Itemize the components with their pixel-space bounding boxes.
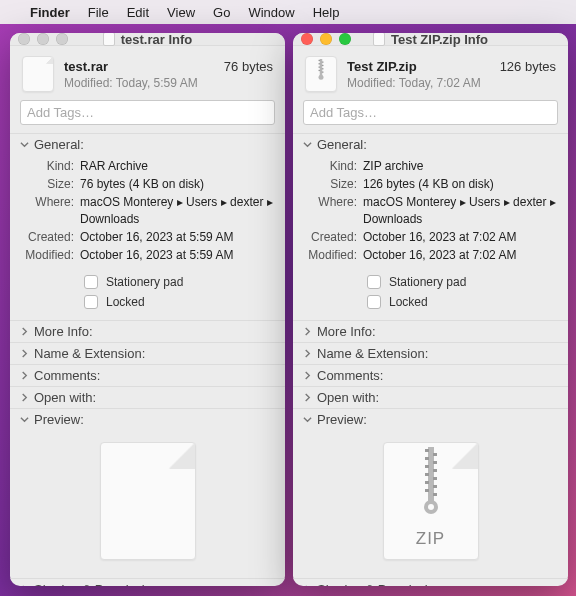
value-size: 126 bytes (4 KB on disk) — [363, 176, 558, 192]
chevron-right-icon — [303, 327, 312, 336]
chevron-down-icon — [303, 140, 312, 149]
menu-window[interactable]: Window — [248, 5, 294, 20]
tags-input[interactable] — [303, 100, 558, 125]
chevron-right-icon — [20, 349, 29, 358]
section-header-open-with[interactable]: Open with: — [10, 387, 285, 408]
svg-rect-16 — [433, 469, 437, 472]
svg-rect-21 — [425, 489, 429, 492]
svg-rect-3 — [319, 63, 321, 64]
svg-point-24 — [428, 504, 434, 510]
svg-rect-14 — [433, 461, 437, 464]
menu-file[interactable]: File — [88, 5, 109, 20]
section-header-comments[interactable]: Comments: — [10, 365, 285, 386]
svg-point-9 — [319, 75, 324, 80]
app-menu[interactable]: Finder — [30, 5, 70, 20]
section-header-preview[interactable]: Preview: — [10, 409, 285, 430]
value-kind: RAR Archive — [80, 158, 275, 174]
file-icon — [305, 56, 337, 92]
section-header-name-ext[interactable]: Name & Extension: — [10, 343, 285, 364]
section-preview: Preview: — [293, 408, 568, 578]
locked-label: Locked — [106, 295, 145, 309]
chevron-right-icon — [20, 393, 29, 402]
stationery-checkbox[interactable] — [84, 275, 98, 289]
preview-thumbnail — [100, 442, 196, 560]
section-header-comments[interactable]: Comments: — [293, 365, 568, 386]
chevron-right-icon — [20, 371, 29, 380]
zip-document-icon — [373, 33, 385, 46]
svg-rect-13 — [425, 457, 429, 460]
menu-view[interactable]: View — [167, 5, 195, 20]
svg-rect-15 — [425, 465, 429, 468]
section-header-general[interactable]: General: — [293, 134, 568, 155]
window-controls — [18, 33, 68, 45]
chevron-right-icon — [303, 585, 312, 586]
file-size: 76 bytes — [224, 59, 273, 74]
svg-rect-8 — [322, 72, 324, 73]
section-header-general[interactable]: General: — [10, 134, 285, 155]
info-window-rar: test.rar Info test.rar 76 bytes Modified… — [10, 33, 285, 586]
label-size: Size: — [303, 176, 363, 192]
label-where: Where: — [20, 194, 80, 226]
chevron-right-icon — [303, 371, 312, 380]
menu-bar[interactable]: Finder File Edit View Go Window Help — [0, 0, 576, 24]
section-general: General: Kind:ZIP archive Size:126 bytes… — [293, 133, 568, 320]
menu-help[interactable]: Help — [313, 5, 340, 20]
minimize-button[interactable] — [320, 33, 332, 45]
section-header-sharing[interactable]: Sharing & Permissions: — [293, 579, 568, 586]
section-header-name-ext[interactable]: Name & Extension: — [293, 343, 568, 364]
tags-input[interactable] — [20, 100, 275, 125]
file-modified-short: Modified: Today, 7:02 AM — [347, 76, 556, 90]
svg-rect-19 — [425, 481, 429, 484]
stationery-checkbox[interactable] — [367, 275, 381, 289]
minimize-button[interactable] — [37, 33, 49, 45]
section-header-sharing[interactable]: Sharing & Permissions: — [10, 579, 285, 586]
svg-rect-12 — [433, 453, 437, 456]
titlebar[interactable]: test.rar Info — [10, 33, 285, 46]
locked-checkbox[interactable] — [84, 295, 98, 309]
section-header-preview[interactable]: Preview: — [293, 409, 568, 430]
document-icon — [103, 33, 115, 46]
chevron-down-icon — [20, 415, 29, 424]
label-created: Created: — [20, 229, 80, 245]
label-size: Size: — [20, 176, 80, 192]
value-where: macOS Monterey ▸ Users ▸ dexter ▸ Downlo… — [363, 194, 558, 226]
close-button[interactable] — [301, 33, 313, 45]
section-header-more-info[interactable]: More Info: — [10, 321, 285, 342]
svg-rect-2 — [322, 62, 324, 63]
locked-checkbox[interactable] — [367, 295, 381, 309]
label-created: Created: — [303, 229, 363, 245]
chevron-down-icon — [303, 415, 312, 424]
info-window-zip: Test ZIP.zip Info Test ZIP.zip 126 bytes… — [293, 33, 568, 586]
section-preview: Preview: — [10, 408, 285, 578]
file-header: Test ZIP.zip 126 bytes Modified: Today, … — [293, 46, 568, 100]
section-general: General: Kind:RAR Archive Size:76 bytes … — [10, 133, 285, 320]
stationery-label: Stationery pad — [389, 275, 466, 289]
section-header-more-info[interactable]: More Info: — [293, 321, 568, 342]
zoom-button[interactable] — [56, 33, 68, 45]
svg-rect-1 — [319, 60, 321, 61]
preview-thumbnail: ZIP — [383, 442, 479, 560]
value-where: macOS Monterey ▸ Users ▸ dexter ▸ Downlo… — [80, 194, 275, 226]
chevron-right-icon — [20, 585, 29, 586]
svg-rect-22 — [433, 493, 437, 496]
label-where: Where: — [303, 194, 363, 226]
section-header-open-with[interactable]: Open with: — [293, 387, 568, 408]
label-modified: Modified: — [20, 247, 80, 263]
menu-go[interactable]: Go — [213, 5, 230, 20]
menu-edit[interactable]: Edit — [127, 5, 149, 20]
close-button[interactable] — [18, 33, 30, 45]
file-name: test.rar — [64, 59, 108, 74]
file-header: test.rar 76 bytes Modified: Today, 5:59 … — [10, 46, 285, 100]
svg-rect-6 — [322, 68, 324, 69]
svg-rect-5 — [319, 67, 321, 68]
window-controls — [301, 33, 351, 45]
chevron-down-icon — [20, 140, 29, 149]
svg-rect-7 — [319, 70, 321, 71]
titlebar[interactable]: Test ZIP.zip Info — [293, 33, 568, 46]
label-kind: Kind: — [20, 158, 80, 174]
label-kind: Kind: — [303, 158, 363, 174]
zoom-button[interactable] — [339, 33, 351, 45]
value-created: October 16, 2023 at 7:02 AM — [363, 229, 558, 245]
svg-rect-20 — [433, 485, 437, 488]
value-modified: October 16, 2023 at 7:02 AM — [363, 247, 558, 263]
